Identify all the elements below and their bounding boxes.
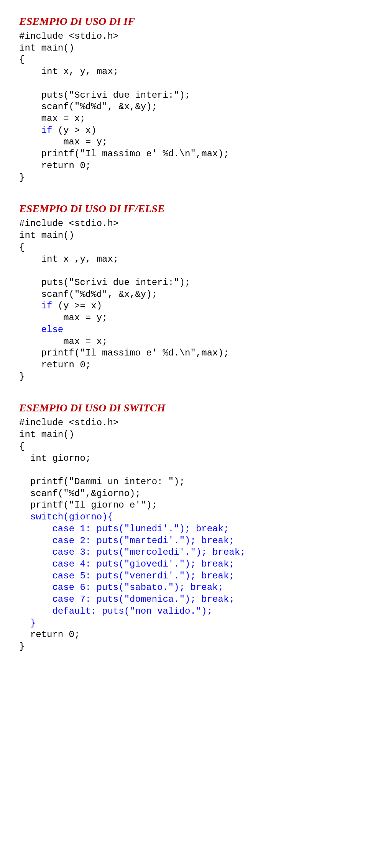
code-token <box>19 571 52 581</box>
code-token: case 5: <box>52 571 96 581</box>
code-line: return 0; <box>19 160 91 171</box>
code-line: printf("Il massimo e' %d.\n",max); <box>19 348 229 358</box>
code-line: { <box>19 54 25 65</box>
code-line: #include <stdio.h> <box>19 418 118 428</box>
code-token <box>19 125 41 136</box>
code-token <box>19 512 30 522</box>
code-token <box>19 536 52 546</box>
code-token: puts("non valido."); <box>102 606 212 616</box>
code-token: (giorno){ <box>63 512 113 522</box>
code-token: if <box>41 301 53 311</box>
code-token: case 2: <box>52 536 96 546</box>
code-line: return 0; <box>19 360 91 370</box>
code-token: case 6: <box>52 582 96 593</box>
code-token: case 4: <box>52 559 96 569</box>
code-token: puts("sabato."); break; <box>97 582 223 593</box>
code-line: scanf("%d%d", &x,&y); <box>19 102 157 112</box>
code-line: max = x; <box>19 113 85 124</box>
code-token: puts("domenica."); break; <box>97 594 235 604</box>
code-token <box>19 547 52 557</box>
code-line: int x, y, max; <box>19 66 118 77</box>
code-line: puts("Scrivi due interi:"); <box>19 90 190 100</box>
code-token <box>19 324 41 335</box>
code-line: { <box>19 242 25 252</box>
code-section-0: ESEMPIO DI USO DI IF#include <stdio.h> i… <box>19 15 349 183</box>
code-line: } <box>19 618 36 628</box>
code-line: max = y; <box>19 313 107 323</box>
code-line: int main() <box>19 429 74 440</box>
code-line: printf("Il massimo e' %d.\n",max); <box>19 149 229 159</box>
section-heading: ESEMPIO DI USO DI IF <box>19 15 349 28</box>
code-line: max = y; <box>19 137 107 147</box>
code-line: scanf("%d%d", &x,&y); <box>19 289 157 300</box>
code-line: printf("Il giorno e'"); <box>19 500 157 510</box>
code-line: max = x; <box>19 336 107 347</box>
code-block: #include <stdio.h> int main() { int gior… <box>19 417 349 652</box>
code-line: printf("Dammi un intero: "); <box>19 477 185 487</box>
code-block: #include <stdio.h> int main() { int x, y… <box>19 31 349 183</box>
code-section-1: ESEMPIO DI USO DI IF/ELSE#include <stdio… <box>19 203 349 383</box>
code-section-2: ESEMPIO DI USO DI SWITCH#include <stdio.… <box>19 402 349 652</box>
code-token: (y >= x) <box>52 301 102 311</box>
code-line: int main() <box>19 43 74 53</box>
code-token <box>19 606 52 616</box>
code-line: scanf("%d",&giorno); <box>19 488 141 499</box>
code-token <box>19 582 52 593</box>
code-line: puts("Scrivi due interi:"); <box>19 277 190 288</box>
code-token: puts("martedi'."); break; <box>97 536 235 546</box>
code-line: int main() <box>19 230 74 241</box>
code-token: switch <box>30 512 63 522</box>
code-token: puts("venerdi'."); break; <box>97 571 235 581</box>
code-token <box>19 301 41 311</box>
code-token <box>19 524 52 534</box>
code-line: int x ,y, max; <box>19 254 118 264</box>
section-heading: ESEMPIO DI USO DI SWITCH <box>19 402 349 414</box>
code-line: int giorno; <box>19 453 91 463</box>
code-line: #include <stdio.h> <box>19 218 118 229</box>
code-token: default: <box>52 606 102 616</box>
code-token: puts("mercoledi'."); break; <box>97 547 246 557</box>
code-token: case 3: <box>52 547 96 557</box>
code-token <box>19 559 52 569</box>
section-heading: ESEMPIO DI USO DI IF/ELSE <box>19 203 349 215</box>
code-line: #include <stdio.h> <box>19 31 118 41</box>
code-line: return 0; <box>19 629 80 640</box>
code-token: else <box>41 324 64 335</box>
code-token: case 1: <box>52 524 96 534</box>
code-token: puts("lunedi'."); break; <box>97 524 229 534</box>
code-token: (y > x) <box>52 125 96 136</box>
code-token: puts("giovedi'."); break; <box>97 559 235 569</box>
code-token: case 7: <box>52 594 96 604</box>
code-token <box>19 594 52 604</box>
code-line: } <box>19 372 25 382</box>
code-line: { <box>19 441 25 452</box>
code-line: } <box>19 641 25 652</box>
code-block: #include <stdio.h> int main() { int x ,y… <box>19 218 349 383</box>
code-line: } <box>19 172 25 183</box>
code-token: if <box>41 125 53 136</box>
